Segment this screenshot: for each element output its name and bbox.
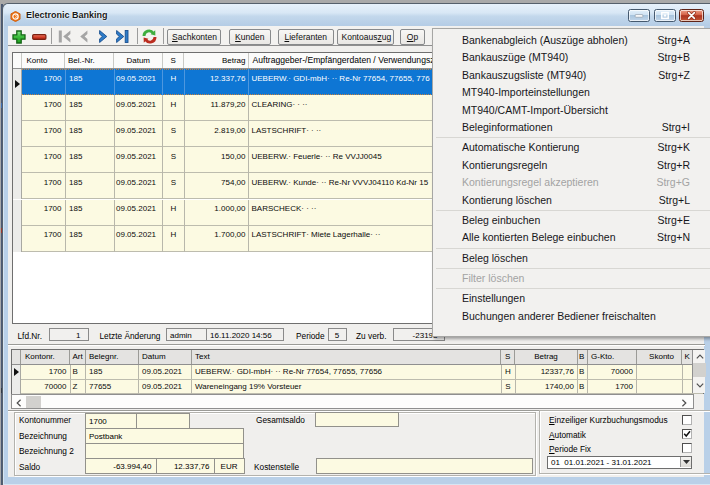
header-selector (13, 53, 22, 68)
gesamtsaldo-field[interactable] (315, 412, 399, 427)
header-art[interactable]: Art (71, 350, 86, 364)
detail-hscrollbar[interactable] (11, 394, 694, 409)
menu-item-kontierungsregeln[interactable]: KontierungsregelnStrg+R (433, 157, 710, 174)
user-field[interactable]: admin (166, 328, 207, 342)
kontonummer2-field[interactable] (136, 413, 190, 429)
toolbar-separator-1 (51, 28, 52, 44)
menu-item-bankenabgleich[interactable]: Bankenabgleich (Auszüge abholen)Strg+A (433, 32, 710, 49)
title-bar[interactable]: Electronic Banking (4, 4, 710, 26)
bezeichnung-label: Bezeichnung (19, 431, 67, 441)
header-gkto[interactable]: G-Kto. (588, 350, 637, 364)
currency-field: EUR (214, 458, 245, 474)
scroll-down-icon[interactable] (696, 383, 704, 388)
menu-item-einstellungen[interactable]: Einstellungen (433, 290, 710, 307)
detail-vscrollbar[interactable] (692, 350, 706, 393)
header-skonto[interactable]: Skonto (637, 350, 682, 364)
app-icon (10, 11, 21, 22)
letzte-aenderung-label: Letzte Änderung (100, 331, 161, 341)
kostenstelle-field[interactable] (316, 458, 534, 474)
header-text[interactable]: Text (192, 350, 501, 364)
toolbar-separator-3 (163, 28, 164, 44)
menu-item-buchungen-freischalten[interactable]: Buchungen anderer Bediener freischalten (433, 308, 710, 325)
menu-item-camt-uebersicht[interactable]: MT940/CAMT-Import-Übersicht (433, 102, 710, 119)
add-record-icon[interactable] (12, 30, 26, 44)
header-datum[interactable]: Datum (115, 53, 163, 68)
kurzbuchungsmodus-label: Einzeiliger Kurzbuchungsmodus (549, 415, 668, 425)
booking-grid: Kontonr. Art Belegnr. Datum Text S Betra… (11, 349, 704, 394)
menu-separator (436, 210, 710, 211)
bezeichnung-field[interactable]: Postbank (85, 428, 244, 444)
menu-separator (436, 268, 710, 269)
kontonummer-field[interactable]: 1700 (85, 413, 137, 429)
kunden-button[interactable]: Kunden (229, 29, 271, 45)
header-konto[interactable]: Konto (23, 53, 65, 68)
menu-separator (436, 137, 710, 138)
scroll-right-icon[interactable] (681, 399, 687, 407)
menu-item-mt940-import[interactable]: MT940-Importeinstellungen (433, 84, 710, 101)
header-bel-nr[interactable]: Bel.-Nr. (66, 53, 115, 68)
header-s[interactable]: S (502, 350, 516, 364)
saldo-haben-field[interactable]: 12.337,76 (156, 458, 215, 474)
nav-next-icon[interactable] (99, 30, 108, 43)
toolbar-separator-2 (137, 28, 138, 44)
automatik-label: Automatik (549, 430, 586, 440)
menu-item-kontierung-loeschen[interactable]: Kontierung löschenStrg+L (433, 192, 710, 209)
chevron-down-icon (683, 460, 690, 464)
menu-item-beleginformationen[interactable]: BeleginformationenStrg+I (433, 119, 710, 136)
bezeichnung2-label: Bezeichnung 2 (19, 446, 74, 456)
nav-prev-icon[interactable] (79, 30, 88, 43)
lieferanten-button[interactable]: Lieferanten (278, 29, 334, 45)
menu-item-beleg-einbuchen[interactable]: Beleg einbuchenStrg+E (433, 212, 710, 229)
periode-label: Periode (296, 331, 325, 341)
header-b[interactable]: B (578, 350, 588, 364)
refresh-icon[interactable] (142, 29, 157, 44)
bezeichnung2-field[interactable] (85, 443, 244, 459)
op-button[interactable]: Op (400, 29, 425, 45)
periode-fix-checkbox[interactable] (682, 443, 692, 453)
header-betrag[interactable]: Betrag (185, 53, 249, 68)
booking-row[interactable]: 1700 B 185 09.05.2021 UEBERW.· GDI-mbH· … (12, 365, 703, 380)
menu-item-filter-loeschen: Filter löschen (433, 270, 710, 287)
menu-item-alle-kontierten[interactable]: Alle kontierten Belege einbuchenStrg+N (433, 229, 710, 246)
minimize-button[interactable] (628, 9, 650, 22)
delete-record-icon[interactable] (32, 34, 47, 40)
close-button[interactable] (679, 9, 704, 22)
periode-fix-label: Periode Fix (549, 444, 591, 454)
maximize-button[interactable] (654, 9, 676, 22)
screenshot-root: Electronic Banking (0, 0, 710, 485)
gesamtsaldo-label: Gesamtsaldo (256, 415, 305, 425)
kurzbuchungsmodus-checkbox[interactable] (682, 415, 692, 425)
header-datum[interactable]: Datum (139, 350, 192, 364)
header-betrag[interactable]: Betrag (516, 350, 578, 364)
lfdnr-label: Lfd.Nr. (18, 331, 42, 341)
saldo-field[interactable]: -63.994,40 (85, 458, 157, 474)
header-belegnr[interactable]: Belegnr. (86, 350, 139, 364)
nav-last-icon[interactable] (116, 30, 129, 43)
menu-item-bankauszuege[interactable]: Bankauszüge (MT940)Strg+B (433, 49, 710, 66)
periode-field[interactable]: 5 (328, 328, 347, 342)
header-s[interactable]: S (164, 53, 185, 68)
kontoauszug-button[interactable]: Kontoauszug (337, 29, 394, 45)
dropdown-arrow-button[interactable] (680, 457, 691, 467)
nav-first-icon[interactable] (58, 30, 71, 43)
lfdnr-field[interactable]: 1 (49, 328, 89, 342)
menu-item-automatische-kontierung[interactable]: Automatische KontierungStrg+K (433, 139, 710, 156)
scroll-up-icon[interactable] (696, 354, 704, 359)
saldo-label: Saldo (19, 462, 40, 472)
header-kontonr[interactable]: Kontonr. (22, 350, 70, 364)
booking-row[interactable]: 70000 Z 77655 09.05.2021 Wareneingang 19… (12, 380, 703, 395)
booking-grid-header: Kontonr. Art Belegnr. Datum Text S Betra… (12, 350, 703, 365)
timestamp-field[interactable]: 16.11.2020 14:56 (206, 328, 284, 342)
kontonummer-label: Kontonummer (19, 415, 71, 425)
section-divider-top (8, 344, 705, 346)
scroll-left-icon[interactable] (16, 399, 22, 407)
check-icon (683, 430, 691, 438)
header-k[interactable]: K (683, 350, 692, 364)
header-selector (12, 350, 21, 364)
menu-item-beleg-loeschen[interactable]: Beleg löschen (433, 250, 710, 267)
menu-item-bankauszugsliste[interactable]: Bankauszugsliste (MT940)Strg+Z (433, 67, 710, 84)
automatik-checkbox[interactable] (682, 429, 692, 439)
menu-item-kontierungsregel-akzeptieren: Kontierungsregel akzeptierenStrg+G (433, 174, 710, 191)
periode-dropdown[interactable]: 01 01.01.2021 - 31.01.2021 (547, 456, 692, 469)
sachkonten-button[interactable]: Sachkonten (167, 29, 221, 45)
